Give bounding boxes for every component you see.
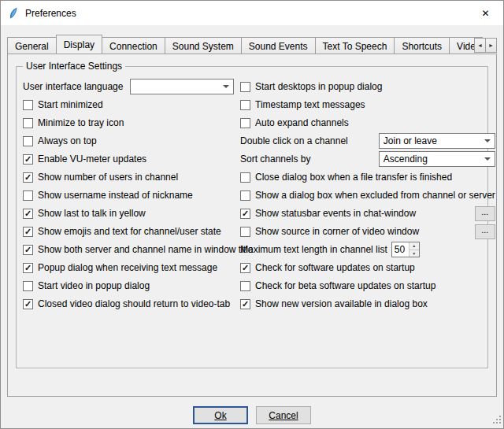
checkbox-label: Start desktops in popup dialog bbox=[255, 81, 382, 92]
checkbox-label: Show source in corner of video window bbox=[255, 226, 419, 237]
max-text-length-label: Maximum text length in channel list bbox=[240, 244, 387, 255]
preferences-dialog: Preferences ✕ General Display Connection… bbox=[0, 0, 504, 429]
checkbox-minimize-to-tray[interactable]: Minimize to tray icon bbox=[23, 117, 124, 128]
checkbox-label: Check for software updates on startup bbox=[255, 262, 415, 273]
video-source-row: Show source in corner of video window ..… bbox=[240, 224, 495, 239]
checkbox-label: Timestamp text messages bbox=[255, 99, 365, 110]
checkbox-box bbox=[240, 100, 250, 110]
checkbox-popup-text-message[interactable]: ✓Popup dialog when receiving text messag… bbox=[23, 262, 217, 273]
tab-sound-events[interactable]: Sound Events bbox=[241, 37, 316, 54]
checkbox-box bbox=[240, 281, 250, 291]
checkbox-label: Auto expand channels bbox=[255, 117, 349, 128]
cancel-button[interactable]: Cancel bbox=[256, 406, 311, 424]
checkbox-timestamp-messages[interactable]: Timestamp text messages bbox=[240, 99, 365, 110]
tab-scrollers: ◄ ► bbox=[475, 38, 497, 53]
checkbox-closed-video-return[interactable]: ✓Closed video dialog should return to vi… bbox=[23, 298, 230, 309]
spin-up-icon[interactable]: ▲ bbox=[410, 242, 419, 250]
ok-button[interactable]: Ok bbox=[193, 406, 248, 424]
checkbox-label: Popup dialog when receiving text message bbox=[38, 262, 217, 273]
checkbox-label: Show last to talk in yellow bbox=[38, 208, 146, 219]
checkbox-emojis-text-state[interactable]: ✓Show emojis and text for channel/user s… bbox=[23, 226, 221, 237]
close-button[interactable]: ✕ bbox=[468, 1, 503, 25]
double-click-row: Double click on a channel Join or leave bbox=[240, 134, 495, 148]
tab-scroll-right-button[interactable]: ► bbox=[485, 38, 497, 53]
spinner-value: 50 bbox=[392, 242, 409, 257]
checkbox-box bbox=[240, 118, 250, 128]
checkbox-show-user-count[interactable]: ✓Show number of users in channel bbox=[23, 172, 178, 183]
checkbox-last-to-talk[interactable]: ✓Show last to talk in yellow bbox=[23, 208, 146, 219]
tab-general[interactable]: General bbox=[7, 37, 57, 54]
double-click-select[interactable]: Join or leave bbox=[379, 133, 495, 149]
checkbox-server-channel-title[interactable]: ✓Show both server and channel name in wi… bbox=[23, 244, 254, 255]
left-column: User interface language Start minimized … bbox=[23, 80, 234, 315]
video-source-more-button[interactable]: ... bbox=[475, 224, 495, 239]
checkbox-auto-expand-channels[interactable]: Auto expand channels bbox=[240, 117, 349, 128]
tab-display[interactable]: Display bbox=[56, 35, 102, 54]
checkbox-check-updates[interactable]: ✓Check for software updates on startup bbox=[240, 262, 415, 273]
checkbox-label: Show username instead of nickname bbox=[38, 190, 193, 201]
checkbox-label: Show emojis and text for channel/user st… bbox=[38, 226, 221, 237]
checkbox-new-version-dialog[interactable]: ✓Show new version available in dialog bo… bbox=[240, 298, 428, 309]
checkbox-video-popup[interactable]: Start video in popup dialog bbox=[23, 280, 150, 291]
spin-down-icon[interactable]: ▼ bbox=[410, 250, 419, 257]
checkbox-label: Show both server and channel name in win… bbox=[38, 244, 254, 255]
checkbox-box bbox=[23, 118, 33, 128]
checkbox-box: ✓ bbox=[23, 209, 33, 219]
sort-channels-row: Sort channels by Ascending bbox=[240, 152, 495, 166]
tab-text-to-speech[interactable]: Text To Speech bbox=[315, 37, 395, 54]
checkbox-statusbar-events[interactable]: ✓Show statusbar events in chat-window bbox=[240, 208, 416, 219]
checkbox-box bbox=[240, 190, 250, 201]
app-icon bbox=[7, 7, 20, 20]
checkbox-excluded-dialog[interactable]: Show a dialog box when excluded from cha… bbox=[240, 190, 495, 201]
checkbox-label: Show a dialog box when excluded from cha… bbox=[255, 190, 495, 201]
checkbox-box: ✓ bbox=[23, 299, 33, 309]
checkbox-box: ✓ bbox=[23, 154, 33, 165]
dialog-footer: Ok Cancel bbox=[1, 397, 503, 428]
tab-sound-system[interactable]: Sound System bbox=[165, 37, 242, 54]
double-click-label: Double click on a channel bbox=[240, 135, 348, 146]
checkbox-box bbox=[23, 100, 33, 110]
checkbox-video-source-corner[interactable]: Show source in corner of video window bbox=[240, 226, 419, 237]
tab-connection[interactable]: Connection bbox=[102, 37, 165, 54]
resize-grip[interactable] bbox=[492, 415, 502, 427]
double-click-value: Join or leave bbox=[384, 135, 480, 146]
spinner-buttons[interactable]: ▲ ▼ bbox=[409, 242, 419, 257]
checkbox-label: Enable VU-meter updates bbox=[38, 153, 146, 165]
checkbox-show-username[interactable]: Show username instead of nickname bbox=[23, 190, 193, 201]
tab-shortcuts[interactable]: Shortcuts bbox=[394, 37, 450, 54]
scroll-left-icon: ◄ bbox=[477, 43, 483, 48]
checkbox-box: ✓ bbox=[240, 209, 250, 219]
tab-scroll-left-button[interactable]: ◄ bbox=[474, 38, 486, 53]
sort-channels-select[interactable]: Ascending bbox=[379, 151, 495, 167]
user-interface-settings-group: User Interface Settings User interface l… bbox=[16, 66, 488, 368]
checkbox-check-beta-updates[interactable]: Check for beta software updates on start… bbox=[240, 280, 435, 291]
checkbox-box: ✓ bbox=[23, 172, 33, 183]
checkbox-close-on-transfer[interactable]: Close dialog box when a file transfer is… bbox=[240, 172, 452, 183]
checkbox-box: ✓ bbox=[23, 263, 33, 273]
checkbox-box bbox=[240, 82, 250, 92]
checkbox-label: Closed video dialog should return to vid… bbox=[38, 298, 230, 309]
checkbox-box: ✓ bbox=[240, 263, 250, 273]
display-tab-pane: User Interface Settings User interface l… bbox=[7, 54, 497, 397]
groupbox-title: User Interface Settings bbox=[23, 61, 125, 72]
checkbox-box bbox=[23, 281, 33, 291]
checkbox-box: ✓ bbox=[23, 227, 33, 237]
checkbox-label: Show new version available in dialog box bbox=[255, 298, 428, 309]
checkbox-label: Start minimized bbox=[38, 99, 103, 110]
chevron-down-icon bbox=[484, 157, 491, 164]
max-text-length-row: Maximum text length in channel list 50 ▲… bbox=[240, 242, 495, 257]
max-text-length-spinner[interactable]: 50 ▲ ▼ bbox=[391, 242, 420, 257]
checkbox-label: Check for beta software updates on start… bbox=[255, 280, 435, 291]
checkbox-vu-meter-updates[interactable]: ✓Enable VU-meter updates bbox=[23, 153, 146, 165]
window-title: Preferences bbox=[25, 8, 76, 19]
statusbar-events-more-button[interactable]: ... bbox=[475, 206, 495, 221]
checkbox-desktops-popup[interactable]: Start desktops in popup dialog bbox=[240, 81, 382, 92]
language-select[interactable] bbox=[130, 79, 234, 94]
checkbox-start-minimized[interactable]: Start minimized bbox=[23, 99, 103, 110]
close-icon: ✕ bbox=[481, 8, 489, 19]
checkbox-label: Start video in popup dialog bbox=[38, 280, 150, 291]
checkbox-always-on-top[interactable]: Always on top bbox=[23, 135, 97, 146]
checkbox-box bbox=[23, 190, 33, 201]
checkbox-box bbox=[240, 227, 250, 237]
checkbox-box bbox=[23, 136, 33, 146]
